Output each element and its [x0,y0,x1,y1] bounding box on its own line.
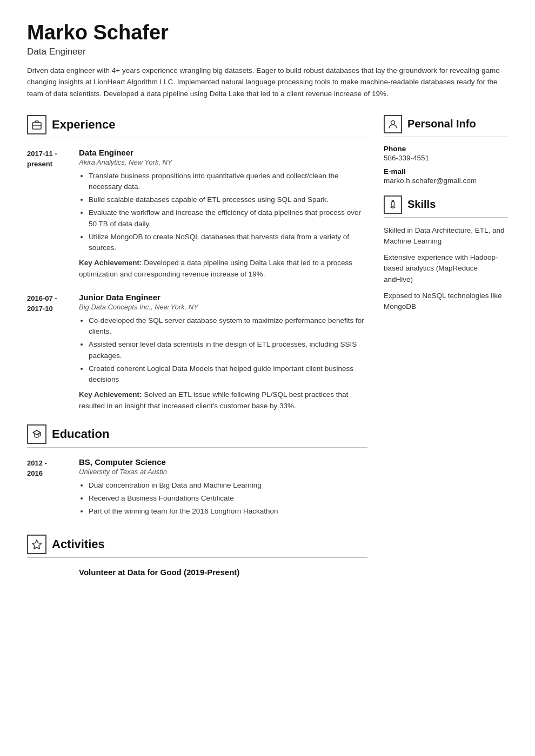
bullet-item: Co-developed the SQL server database sys… [89,315,367,338]
skills-divider [384,217,508,218]
edu-bullet-item: Part of the winning team for the 2016 Lo… [89,506,367,517]
education-section-header: Education [27,424,367,444]
bullet-item: Created coherent Logical Data Models tha… [89,363,367,386]
email-label: E-mail [384,167,508,176]
personal-info-header: Personal Info [384,115,508,133]
education-section: Education 2012 - 2016 BS, Computer Scien… [27,424,367,522]
education-icon [27,424,46,444]
activities-title: Activities [52,537,105,551]
bullet-item: Translate business propositions into qua… [89,171,367,193]
degree-1: BS, Computer Science [79,457,367,467]
left-column: Experience 2017-11 - present Data Engine… [27,115,367,577]
activities-section-header: Activities [27,535,367,554]
personal-info-title: Personal Info [407,118,476,130]
edu-bullets-1: Dual concentration in Big Data and Machi… [79,480,367,517]
main-layout: Experience 2017-11 - present Data Engine… [27,115,508,577]
bullet-item: Build scalable databases capable of ETL … [89,194,367,205]
school-1: University of Texas at Austin [79,468,367,476]
experience-content-1: Data Engineer Akira Analytics, New York,… [79,148,367,280]
bullet-item: Evaluate the workflow and increase the e… [89,207,367,230]
phone-value: 586-339-4551 [384,154,508,162]
skills-section: Skills Skilled in Data Architecture, ETL… [384,195,508,313]
key-achievement-2: Key Achievement: Solved an ETL issue whi… [79,389,367,411]
personal-info-section: Personal Info Phone 586-339-4551 E-mail … [384,115,508,185]
experience-entry-1: 2017-11 - present Data Engineer Akira An… [27,148,367,280]
skills-header: Skills [384,195,508,214]
experience-divider [27,138,367,138]
header-summary: Driven data engineer with 4+ years exper… [27,65,508,100]
personal-info-divider [384,137,508,137]
key-achievement-1: Key Achievement: Developed a data pipeli… [79,258,367,280]
activity-entry-1: Volunteer at Data for Good (2019-Present… [79,568,367,577]
candidate-name: Marko Schafer [27,22,508,44]
edu-bullet-item: Dual concentration in Big Data and Machi… [89,480,367,491]
personal-info-icon [384,115,402,133]
bullets-1: Translate business propositions into qua… [79,171,367,254]
job-title-2: Junior Data Engineer [79,293,367,302]
edu-bullet-item: Received a Business Foundations Certific… [89,493,367,504]
right-column: Personal Info Phone 586-339-4551 E-mail … [384,115,508,577]
experience-entry-2: 2016-07 - 2017-10 Junior Data Engineer B… [27,293,367,411]
experience-title: Experience [52,118,115,132]
skill-item-3: Exposed to NoSQL technologies like Mongo… [384,291,508,313]
company-2: Big Data Concepts Inc., New York, NY [79,303,367,311]
education-date-1: 2012 - 2016 [27,457,70,522]
email-value: marko.h.schafer@gmail.com [384,177,508,185]
bullets-2: Co-developed the SQL server database sys… [79,315,367,386]
activities-icon [27,535,46,554]
company-1: Akira Analytics, New York, NY [79,158,367,166]
experience-section: Experience 2017-11 - present Data Engine… [27,115,367,411]
svg-point-6 [392,206,394,207]
bullet-item: Utilize MongoDB to create NoSQL database… [89,232,367,254]
svg-marker-3 [32,540,42,549]
education-divider [27,447,367,448]
experience-content-2: Junior Data Engineer Big Data Concepts I… [79,293,367,411]
skill-item-1: Skilled in Data Architecture, ETL, and M… [384,225,508,247]
education-title: Education [52,427,109,441]
skills-icon [384,195,402,214]
phone-label: Phone [384,145,508,153]
candidate-title: Data Engineer [27,46,508,57]
experience-section-header: Experience [27,115,367,134]
skills-title: Skills [407,198,436,211]
resume-header: Marko Schafer Data Engineer Driven data … [27,22,508,100]
skill-item-2: Extensive experience with Hadoop-based a… [384,252,508,285]
activities-section: Activities Volunteer at Data for Good (2… [27,535,367,577]
svg-point-4 [391,120,395,124]
education-entry-1: 2012 - 2016 BS, Computer Science Univers… [27,457,367,522]
svg-rect-0 [32,123,41,129]
job-title-1: Data Engineer [79,148,367,157]
activities-divider [27,557,367,558]
experience-date-2: 2016-07 - 2017-10 [27,293,70,411]
activity-title-1: Volunteer at Data for Good (2019-Present… [79,568,367,577]
experience-date-1: 2017-11 - present [27,148,70,280]
bullet-item: Assisted senior level data scientists in… [89,339,367,361]
experience-icon [27,115,46,134]
education-content-1: BS, Computer Science University of Texas… [79,457,367,522]
